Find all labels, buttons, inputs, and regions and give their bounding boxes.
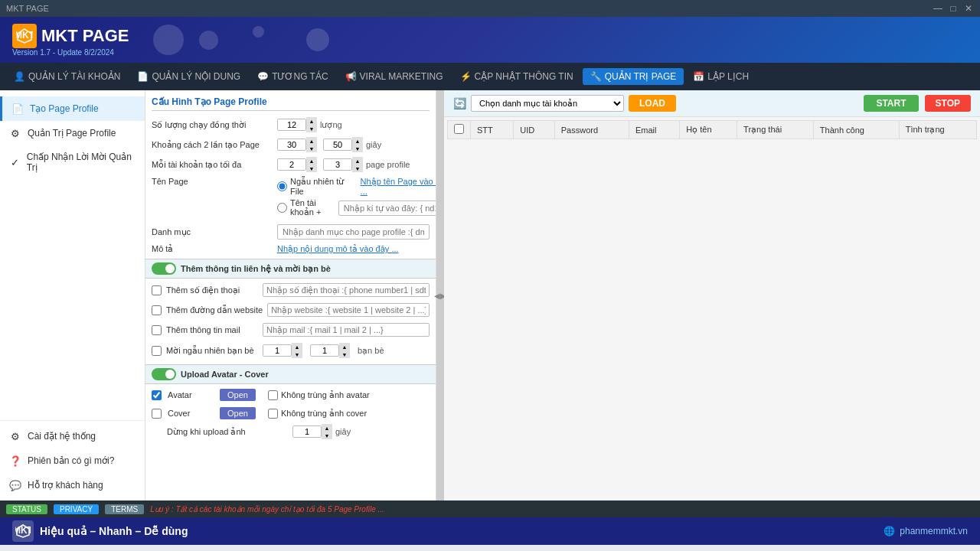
panel-divider[interactable]: ◀▶: [436, 90, 444, 500]
radio-ngau-nhien-file[interactable]: [277, 181, 287, 191]
status-note: Lưu ý : Tất cả các tài khoản mỗi ngày ch…: [150, 505, 974, 514]
khoang-cach-label: Khoảng cách 2 lần tạo Page: [152, 140, 274, 150]
moi-tk-max-input[interactable]: [324, 159, 351, 170]
ban-be-max-input[interactable]: [311, 345, 338, 356]
sidebar-item-quan-tri-page-profile[interactable]: ⚙ Quản Trị Page Profile: [0, 121, 145, 145]
so-luong-down[interactable]: ▼: [306, 125, 317, 132]
cover-row: Cover Open Không trùng ảnh cover: [152, 406, 430, 421]
khoang-cach-min-down[interactable]: ▼: [306, 145, 317, 152]
ten-tk-input[interactable]: [338, 201, 436, 216]
no-dup-avatar-checkbox[interactable]: [268, 390, 278, 400]
privacy-button[interactable]: PRIVACY: [54, 504, 99, 514]
sidebar-item-ho-tro[interactable]: 💬 Hỗ trợ khách hàng: [0, 473, 145, 497]
nav-quan-ly-noi-dung[interactable]: 📄 QUẢN LÝ NỘI DUNG: [129, 68, 248, 85]
moi-tk-max-up[interactable]: ▲: [352, 157, 363, 165]
ban-be-min-up[interactable]: ▲: [292, 343, 302, 350]
account-controls: START STOP: [864, 95, 971, 112]
phone-input[interactable]: [263, 283, 430, 297]
khoang-cach-min-spinner[interactable]: ▲ ▼: [277, 137, 317, 152]
moi-tk-min-up[interactable]: ▲: [306, 157, 317, 165]
col-stt: STT: [471, 121, 514, 139]
footer-tagline: Hiệu quả – Nhanh – Dễ dùng: [40, 525, 188, 537]
email-label: Thêm thông tin mail: [166, 325, 258, 334]
khoang-cach-max-up[interactable]: ▲: [352, 137, 363, 145]
nav-quan-ly-tai-khoan[interactable]: 👤 QUẢN LÝ TÀI KHOẢN: [6, 68, 128, 85]
so-luong-input[interactable]: [278, 119, 305, 130]
ban-be-max-spinner[interactable]: ▲ ▼: [310, 343, 350, 358]
radio-ten-tai-khoan[interactable]: [277, 203, 287, 213]
maximize-button[interactable]: □: [948, 3, 959, 14]
nav-lap-lich[interactable]: 📅 LẬP LỊCH: [685, 68, 756, 85]
sidebar-item-cai-dat[interactable]: ⚙ Cài đặt hệ thống: [0, 424, 145, 448]
no-dup-cover-checkbox[interactable]: [268, 409, 278, 419]
start-button[interactable]: START: [864, 95, 918, 112]
website-input[interactable]: [267, 303, 430, 317]
khoang-cach-max-down[interactable]: ▼: [352, 145, 363, 152]
nav-icon-page: 🔧: [590, 71, 602, 82]
footer-right: 🌐 phanmemmkt.vn: [884, 526, 968, 536]
ban-be-max-up[interactable]: ▲: [339, 343, 350, 350]
khoang-cach-min-input[interactable]: [278, 139, 305, 150]
danh-muc-input[interactable]: [277, 224, 430, 240]
email-checkbox[interactable]: [152, 325, 162, 335]
moi-tk-min-down[interactable]: ▼: [306, 165, 317, 172]
nav-quan-tri-page[interactable]: 🔧 QUẢN TRỊ PAGE: [583, 68, 684, 85]
sidebar-icon-version: ❓: [9, 455, 21, 467]
ban-be-row: Mời ngẫu nhiên bạn bè ▲ ▼ ▲: [152, 341, 430, 360]
khoang-cach-max-spinner[interactable]: ▲ ▼: [323, 137, 363, 152]
load-button[interactable]: LOAD: [629, 95, 676, 112]
phone-row: Thêm số điện thoại: [152, 282, 430, 298]
title-bar: MKT PAGE — □ ✕: [0, 0, 980, 17]
email-input[interactable]: [263, 323, 430, 337]
moi-tk-min-spinner[interactable]: ▲ ▼: [277, 157, 317, 172]
delay-upload-spinner[interactable]: ▲ ▼: [292, 424, 332, 439]
right-panel-header: 🔄 Chọn danh mục tài khoản LOAD START STO…: [444, 90, 980, 117]
upload-toggle[interactable]: [152, 368, 176, 380]
status-button[interactable]: STATUS: [6, 504, 47, 514]
table-container: STT UID Password Email Họ tên Trạng thái…: [444, 117, 980, 500]
accounts-table: STT UID Password Email Họ tên Trạng thái…: [447, 120, 977, 139]
ban-be-min-input[interactable]: [263, 345, 291, 356]
so-luong-row: Số lượng chạy đồng thời ▲ ▼ lượng: [152, 117, 430, 132]
sidebar-item-phien-ban[interactable]: ❓ Phiên bản có gì mới?: [0, 448, 145, 473]
delay-upload-row: Dừng khi upload ảnh ▲ ▼ giây: [152, 424, 430, 439]
khoang-cach-max-input[interactable]: [324, 139, 351, 150]
avatar-open-button[interactable]: Open: [220, 389, 256, 401]
moi-tk-max-down[interactable]: ▼: [352, 165, 363, 172]
them-thong-tin-toggle[interactable]: [152, 262, 176, 275]
ban-be-checkbox[interactable]: [152, 346, 162, 356]
stop-button[interactable]: STOP: [925, 95, 971, 112]
select-all-checkbox[interactable]: [454, 124, 464, 134]
no-dup-cover-label: Không trùng ảnh cover: [281, 409, 367, 419]
sidebar-item-tao-page-profile[interactable]: 📄 Tạo Page Profile: [0, 96, 145, 121]
delay-upload-down[interactable]: ▼: [322, 432, 332, 439]
khoang-cach-min-up[interactable]: ▲: [306, 137, 317, 145]
ban-be-max-down[interactable]: ▼: [339, 350, 350, 358]
avatar-checkbox[interactable]: [152, 390, 162, 400]
ten-page-row: Tên Page Ngẫu nhiên từ File Nhập tên Pag…: [152, 177, 430, 220]
nav-viral-marketing[interactable]: 📢 VIRAL MARKETING: [338, 68, 451, 85]
ban-be-min-spinner[interactable]: ▲ ▼: [263, 343, 302, 358]
mo-ta-link[interactable]: Nhập nội dung mô tả vào đây ...: [277, 244, 399, 254]
moi-tk-min-input[interactable]: [278, 159, 305, 170]
nhap-ten-link[interactable]: Nhập tên Page vào đây ...: [361, 177, 436, 196]
sidebar-item-chap-nhan-loi-moi[interactable]: ✓ Chấp Nhận Lời Mời Quản Trị: [0, 145, 145, 179]
so-luong-spinner[interactable]: ▲ ▼: [277, 117, 317, 132]
close-button[interactable]: ✕: [963, 3, 974, 14]
so-luong-up[interactable]: ▲: [306, 117, 317, 125]
phone-checkbox[interactable]: [152, 285, 162, 295]
nav-tuong-tac[interactable]: 💬 TƯƠNG TÁC: [250, 68, 335, 85]
website-checkbox[interactable]: [152, 305, 162, 315]
cover-checkbox[interactable]: [152, 409, 162, 419]
nav-cap-nhat-thong-tin[interactable]: ⚡ CẬP NHẬT THÔNG TIN: [452, 68, 581, 85]
terms-button[interactable]: TERMS: [105, 504, 144, 514]
delay-upload-input[interactable]: [293, 426, 321, 437]
delay-upload-up[interactable]: ▲: [322, 424, 332, 432]
cover-open-button[interactable]: Open: [220, 407, 256, 419]
footer-left: MKT Hiệu quả – Nhanh – Dễ dùng: [12, 520, 188, 542]
moi-tk-max-spinner[interactable]: ▲ ▼: [323, 157, 363, 172]
so-luong-label: Số lượng chạy đồng thời: [152, 120, 274, 130]
account-category-select[interactable]: Chọn danh mục tài khoản: [471, 95, 624, 112]
minimize-button[interactable]: —: [933, 3, 943, 14]
ban-be-min-down[interactable]: ▼: [292, 350, 302, 358]
